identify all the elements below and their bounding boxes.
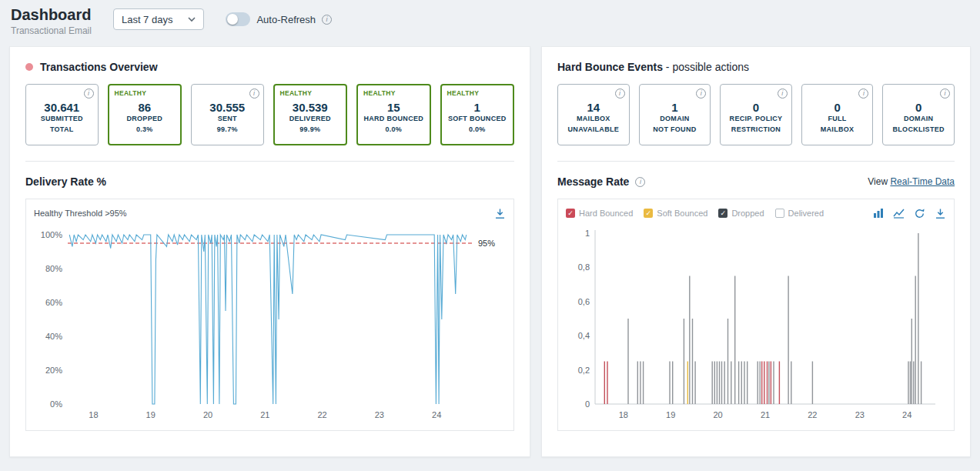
hard-bounce-panel: Hard Bounce Events - possible actions 14…	[541, 46, 971, 457]
title-block: Dashboard Transactional Email	[11, 6, 92, 36]
stat-label: 0.0%	[469, 125, 486, 135]
healthy-threshold-label: Healthy Threshold >95%	[34, 209, 127, 218]
transactions-overview-heading: Transactions Overview	[40, 61, 158, 73]
auto-refresh-toggle[interactable]	[226, 12, 250, 26]
message-rate-plot: 00,20,40,60,8118192021222324	[564, 222, 945, 424]
stat-card-domain-blocklisted: 0 DOMAIN BLOCKLISTED	[882, 84, 955, 145]
stat-card-delivered: HEALTHY 30.539 DELIVERED 99.9%	[273, 84, 348, 145]
download-icon[interactable]	[494, 208, 506, 219]
legend-label: Delivered	[788, 209, 824, 218]
stat-value: 0	[753, 101, 759, 114]
stat-card-hard-bounced: HEALTHY 15 HARD BOUNCED 0.0%	[356, 84, 431, 145]
auto-refresh-label: Auto-Refresh	[256, 14, 316, 25]
realtime-data-link[interactable]: Real-Time Data	[890, 176, 955, 187]
stat-card-domain-not-found: 1 DOMAIN NOT FOUND	[639, 84, 711, 145]
stat-value: 1	[671, 101, 677, 114]
svg-text:20: 20	[713, 410, 722, 419]
legend-soft-bounced[interactable]: Soft Bounced	[644, 209, 707, 218]
legend-label: Dropped	[731, 209, 764, 218]
message-rate-legend: Hard Bounced Soft Bounced Dropped Delive…	[566, 209, 824, 218]
svg-text:95%: 95%	[478, 239, 495, 248]
checkbox-icon[interactable]	[566, 209, 575, 218]
stat-label: 0.3%	[136, 125, 153, 135]
stat-label: DOMAIN	[904, 114, 933, 125]
info-icon[interactable]	[322, 15, 332, 25]
stat-label: HARD BOUNCED	[363, 114, 423, 125]
svg-text:0%: 0%	[50, 399, 62, 409]
dashboard-main: Transactions Overview 30.641 SUBMITTED T…	[0, 46, 980, 457]
stat-label: SENT	[218, 114, 237, 125]
stat-label: MAILBOX	[577, 114, 610, 125]
view-label: View	[868, 176, 888, 187]
svg-text:0,8: 0,8	[578, 262, 590, 272]
delivery-rate-heading: Delivery Rate %	[25, 175, 106, 188]
delivery-rate-chart: Healthy Threshold >95% 0%20%40%60%80%100…	[25, 199, 514, 431]
svg-text:60%: 60%	[45, 298, 62, 307]
stat-label: DROPPED	[126, 114, 162, 125]
divider	[25, 161, 514, 162]
refresh-icon[interactable]	[914, 208, 925, 219]
svg-text:20%: 20%	[45, 366, 62, 375]
stat-label: SOFT BOUNCED	[448, 114, 507, 125]
line-chart-icon[interactable]	[893, 208, 905, 219]
stat-value: 1	[474, 101, 480, 114]
svg-text:24: 24	[902, 410, 911, 419]
transactions-cards-row: 30.641 SUBMITTED TOTAL HEALTHY 86 DROPPE…	[25, 84, 514, 145]
svg-text:0: 0	[585, 399, 590, 409]
svg-text:22: 22	[808, 410, 817, 419]
message-rate-chart: Hard Bounced Soft Bounced Dropped Delive…	[557, 199, 955, 431]
message-rate-heading: Message Rate	[557, 175, 629, 188]
page-subtitle: Transactional Email	[11, 25, 92, 36]
stat-value: 86	[138, 101, 151, 114]
download-icon[interactable]	[935, 208, 946, 219]
stat-card-dropped: HEALTHY 86 DROPPED 0.3%	[108, 84, 182, 145]
svg-text:100%: 100%	[41, 230, 62, 239]
legend-hard-bounced[interactable]: Hard Bounced	[566, 209, 633, 218]
info-icon[interactable]	[635, 177, 645, 187]
legend-delivered[interactable]: Delivered	[775, 209, 824, 218]
info-icon[interactable]	[940, 89, 950, 99]
stat-card-mailbox-unavailable: 14 MAILBOX UNAVAILABLE	[557, 84, 630, 145]
svg-text:21: 21	[260, 410, 269, 419]
chevron-down-icon	[188, 17, 196, 22]
delivery-rate-plot: 0%20%40%60%80%100%1819202122232495%	[32, 222, 503, 424]
stat-label: RECIP. POLICY	[730, 114, 783, 125]
stat-label: 99.9%	[299, 125, 320, 135]
status-dot	[25, 63, 33, 71]
stat-label: SUBMITTED	[41, 114, 83, 125]
svg-text:1: 1	[585, 229, 590, 238]
stat-label: MAILBOX	[821, 125, 855, 135]
view-realtime-data: View Real-Time Data	[868, 176, 955, 187]
page-header: Dashboard Transactional Email Last 7 day…	[0, 0, 980, 46]
stat-label: DELIVERED	[289, 114, 331, 125]
stat-label: DOMAIN	[660, 114, 689, 125]
svg-text:24: 24	[432, 410, 441, 419]
legend-label: Soft Bounced	[657, 209, 707, 218]
stat-label: UNAVAILABLE	[568, 125, 619, 135]
svg-text:18: 18	[89, 410, 98, 419]
svg-text:19: 19	[666, 410, 675, 419]
stat-label: FULL	[828, 114, 846, 125]
stat-card-full-mailbox: 0 FULL MAILBOX	[801, 84, 874, 145]
stat-card-sent: 30.555 SENT 99.7%	[191, 84, 264, 145]
info-icon[interactable]	[696, 89, 706, 99]
svg-text:0,4: 0,4	[578, 331, 590, 340]
svg-text:80%: 80%	[45, 264, 62, 273]
stat-value: 30.539	[293, 101, 328, 114]
stat-value: 30.555	[209, 101, 245, 114]
legend-dropped[interactable]: Dropped	[718, 209, 764, 218]
info-icon[interactable]	[778, 89, 788, 99]
checkbox-icon[interactable]	[644, 209, 653, 218]
checkbox-icon[interactable]	[775, 209, 784, 218]
toggle-knob	[227, 14, 238, 25]
info-icon[interactable]	[249, 89, 259, 99]
stat-label: RESTRICTION	[731, 125, 781, 135]
bar-chart-icon[interactable]	[873, 208, 884, 219]
info-icon[interactable]	[858, 89, 868, 99]
hard-bounce-heading: Hard Bounce Events - possible actions	[557, 61, 749, 73]
info-icon[interactable]	[615, 89, 625, 99]
info-icon[interactable]	[84, 89, 94, 99]
checkbox-icon[interactable]	[718, 209, 727, 218]
svg-text:23: 23	[855, 410, 865, 419]
date-range-select[interactable]: Last 7 days	[113, 8, 205, 30]
